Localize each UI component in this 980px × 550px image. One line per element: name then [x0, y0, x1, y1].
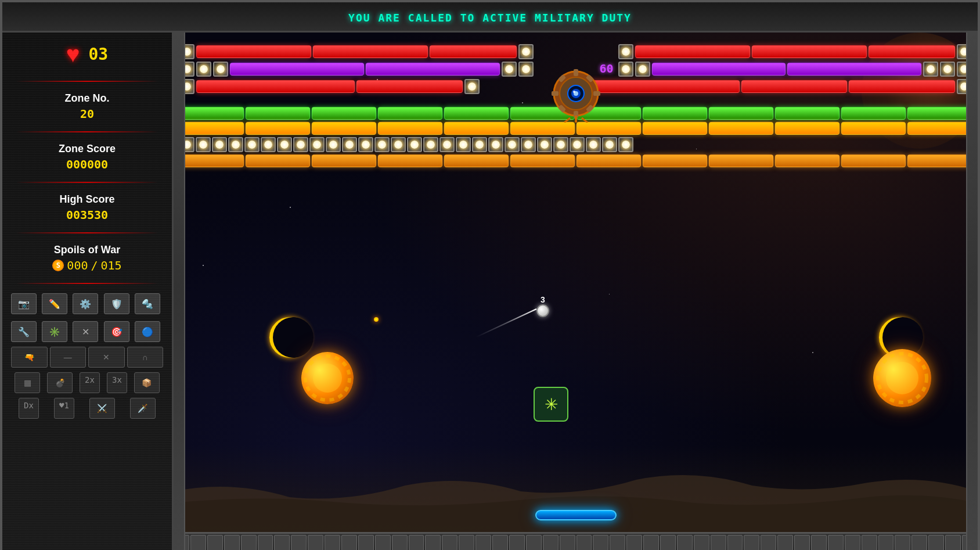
- block-sq: [439, 137, 455, 152]
- brick-orange[interactable]: [577, 122, 641, 135]
- ground-block: [711, 535, 726, 550]
- ball-count: 3: [541, 295, 545, 304]
- brick-orange[interactable]: [444, 122, 509, 135]
- brick-purple[interactable]: [366, 63, 500, 76]
- brick-row-1: [179, 44, 972, 59]
- brick-orange[interactable]: [709, 122, 773, 135]
- multiplier-2x[interactable]: 2x: [80, 372, 100, 393]
- icon-rifle[interactable]: 🗡️: [130, 398, 156, 419]
- icon-gun[interactable]: 🔫: [11, 347, 48, 368]
- brick-red[interactable]: [869, 45, 955, 58]
- icon-wrench[interactable]: 🔧: [11, 321, 37, 342]
- ground-block: [761, 535, 776, 550]
- brick-orange2[interactable]: [775, 154, 840, 167]
- brick-red[interactable]: [849, 80, 955, 93]
- brick-red[interactable]: [752, 45, 867, 58]
- multiplier-3x[interactable]: 3x: [107, 372, 127, 393]
- brick-orange2[interactable]: [577, 154, 641, 167]
- brick-orange[interactable]: [510, 122, 575, 135]
- brick-orange2[interactable]: [510, 154, 575, 167]
- brick-orange[interactable]: [643, 122, 707, 135]
- brick-red[interactable]: [581, 80, 740, 93]
- brick-green[interactable]: [378, 107, 442, 120]
- svg-rect-4: [552, 91, 559, 96]
- ground-block: [577, 535, 592, 550]
- icon-grenade[interactable]: 💣: [47, 372, 73, 393]
- brick-green[interactable]: [709, 107, 773, 120]
- icon-ammo[interactable]: ⚙️: [73, 293, 98, 314]
- icon-item[interactable]: 📦: [134, 372, 160, 393]
- divider-5: [16, 283, 158, 284]
- brick-green[interactable]: [179, 107, 244, 120]
- icon-tile[interactable]: ▦: [15, 372, 40, 393]
- brick-purple[interactable]: [787, 63, 921, 76]
- brick-green[interactable]: [444, 107, 509, 120]
- brick-orange2[interactable]: [312, 154, 376, 167]
- brick-orange2[interactable]: [643, 154, 707, 167]
- icon-blade[interactable]: ✕: [73, 321, 98, 342]
- brick-orange[interactable]: [246, 122, 310, 135]
- multiplier-heart[interactable]: ♥1: [54, 398, 74, 419]
- brick-orange2[interactable]: [179, 154, 244, 167]
- ground-block: [610, 535, 625, 550]
- brick-red[interactable]: [741, 80, 848, 93]
- block-sq: [196, 62, 211, 77]
- brick-orange2[interactable]: [444, 154, 509, 167]
- icon-x[interactable]: ✕: [88, 347, 125, 368]
- brick-green[interactable]: [312, 107, 376, 120]
- brick-orange[interactable]: [312, 122, 376, 135]
- ground-block: [862, 535, 877, 550]
- brick-orange[interactable]: [179, 122, 244, 135]
- star: [609, 294, 610, 294]
- brick-green[interactable]: [907, 107, 972, 120]
- ground-block: [258, 535, 273, 550]
- brick-orange[interactable]: [775, 122, 840, 135]
- icon-armor[interactable]: 🔩: [135, 293, 160, 314]
- icon-camera[interactable]: 📷: [11, 293, 37, 314]
- brick-green[interactable]: [775, 107, 840, 120]
- block-sq: [618, 137, 633, 152]
- icon-shield2[interactable]: 🔵: [135, 321, 160, 342]
- brick-green[interactable]: [643, 107, 707, 120]
- brick-green[interactable]: [246, 107, 310, 120]
- block-sq: [518, 44, 534, 59]
- ground-block: [392, 535, 408, 550]
- zone-label: Zone No.: [65, 92, 110, 105]
- brick-red[interactable]: [196, 80, 355, 93]
- brick-purple[interactable]: [230, 63, 364, 76]
- brick-orange[interactable]: [378, 122, 442, 135]
- brick-orange2[interactable]: [907, 154, 972, 167]
- brick-orange[interactable]: [841, 122, 906, 135]
- zone-value: 20: [65, 107, 110, 121]
- brick-orange2[interactable]: [378, 154, 442, 167]
- brick-orange2[interactable]: [841, 154, 906, 167]
- block-sq: [228, 137, 243, 152]
- ground-block: [677, 535, 693, 550]
- brick-red[interactable]: [313, 45, 428, 58]
- icon-crosshair[interactable]: ✳️: [42, 321, 67, 342]
- icon-sword[interactable]: ⚔️: [89, 398, 115, 419]
- icon-pencil[interactable]: ✏️: [42, 293, 67, 314]
- ground-block: [190, 535, 206, 550]
- brick-orange2[interactable]: [709, 154, 773, 167]
- brick-red[interactable]: [356, 80, 463, 93]
- block-sq: [940, 62, 955, 77]
- brick-purple[interactable]: [652, 63, 786, 76]
- icon-shield[interactable]: 🛡️: [104, 293, 129, 314]
- divider-1: [16, 81, 158, 82]
- brick-green[interactable]: [841, 107, 906, 120]
- brick-red[interactable]: [196, 45, 311, 58]
- right-edge: [966, 33, 978, 550]
- ground-block: [878, 535, 894, 550]
- brick-orange2[interactable]: [246, 154, 310, 167]
- block-sq: [456, 137, 471, 152]
- icon-target[interactable]: 🎯: [104, 321, 129, 342]
- brick-red[interactable]: [635, 45, 750, 58]
- icon-dash[interactable]: —: [50, 347, 87, 368]
- golden-orb-right: [873, 349, 931, 407]
- game-ball: 3: [536, 304, 549, 317]
- brick-orange[interactable]: [907, 122, 972, 135]
- brick-red[interactable]: [430, 45, 516, 58]
- multiplier-dx[interactable]: Dx: [19, 398, 39, 419]
- icon-horseshoe[interactable]: ∩: [127, 347, 164, 368]
